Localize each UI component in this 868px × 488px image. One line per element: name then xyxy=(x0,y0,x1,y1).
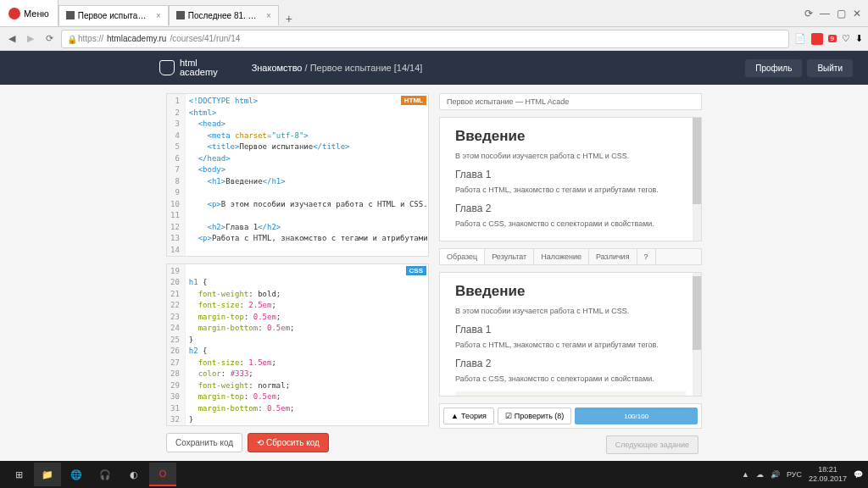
notification-icon[interactable]: 💬 xyxy=(854,470,863,479)
taskbar-app[interactable]: 🌐 xyxy=(63,463,90,486)
html-code[interactable]: <!DOCTYPE html> <html> <head> <meta char… xyxy=(186,94,428,256)
url-protocol: https:// xyxy=(78,34,103,43)
preview-p: Работа с HTML, знакомство с тегами и атр… xyxy=(455,186,686,194)
main-content: HTML 12345678910111213141516171819 <!DOC… xyxy=(0,85,868,461)
preview-p: Работа с CSS, знакомство с селекторами и… xyxy=(455,374,686,383)
window-controls: ⟳ — ▢ ✕ xyxy=(798,8,868,19)
line-numbers: 1920212223242526272829303132333435363738 xyxy=(167,264,186,426)
windows-taskbar: ⊞ 📁 🌐 🎧 ◐ O ▲ ☁ 🔊 РУС 18:21 22.09.2017 💬 xyxy=(0,461,868,488)
shield-icon xyxy=(159,60,175,75)
heart-icon[interactable]: ♡ xyxy=(842,33,850,44)
tab-overlay[interactable]: Наложение xyxy=(534,249,589,264)
preview-tab-title: Первое испытание — HTML Acade xyxy=(439,93,702,110)
preview-h1: Введение xyxy=(455,128,686,145)
result-tab-bar: Образец Результат Наложение Различия ? xyxy=(439,248,702,265)
line-numbers: 12345678910111213141516171819 xyxy=(167,94,186,256)
breadcrumb-course[interactable]: Знакомство xyxy=(252,63,303,73)
preview-top: Введение В этом пособии изучается работа… xyxy=(439,117,702,241)
taskbar-app[interactable]: 🎧 xyxy=(92,463,119,486)
tab-help[interactable]: ? xyxy=(637,249,656,264)
clock[interactable]: 18:21 22.09.2017 xyxy=(809,465,847,484)
taskbar-app[interactable]: 📁 xyxy=(34,463,61,486)
badge-count: 9 xyxy=(828,35,837,42)
maximize-icon[interactable]: ▢ xyxy=(837,8,846,19)
browser-tab-2[interactable]: Последнее 81. Знакомст × xyxy=(169,5,279,25)
start-button[interactable]: ⊞ xyxy=(5,463,32,486)
verify-button[interactable]: ☑ Проверить (8) xyxy=(498,408,572,424)
minimize-icon[interactable]: — xyxy=(820,8,830,19)
favicon-icon xyxy=(66,11,75,19)
tab-title: Первое испытание — Зн xyxy=(78,11,149,20)
preview-h2: Глава 2 xyxy=(455,358,686,369)
preview-p: Работа с CSS, знакомство с селекторами и… xyxy=(455,219,686,228)
save-button[interactable]: Сохранить код xyxy=(166,433,242,452)
html-editor[interactable]: HTML 12345678910111213141516171819 <!DOC… xyxy=(166,93,429,257)
ext-icon[interactable]: 📄 xyxy=(794,33,806,44)
preview-h2: Глава 1 xyxy=(455,324,686,336)
back-icon[interactable]: ◀ xyxy=(5,32,19,46)
preview-p: В этом пособии изучается работа с HTML и… xyxy=(455,307,686,315)
url-path: /courses/41/run/14 xyxy=(170,34,240,43)
browser-tab-bar: Меню Первое испытание — Зн × Последнее 8… xyxy=(0,0,868,27)
css-editor[interactable]: CSS 192021222324252627282930313233343536… xyxy=(166,263,429,427)
logo[interactable]: html academy xyxy=(159,58,218,77)
preview-p: В этом пособии изучается работа с HTML и… xyxy=(455,152,686,160)
css-badge: CSS xyxy=(406,266,426,275)
new-tab-button[interactable]: + xyxy=(279,12,299,25)
menu-label: Меню xyxy=(24,8,49,19)
taskbar-app[interactable]: O xyxy=(149,463,176,486)
opera-icon xyxy=(8,8,20,19)
logout-button[interactable]: Выйти xyxy=(807,59,853,77)
download-icon[interactable]: ⬇ xyxy=(855,33,863,44)
tab-result[interactable]: Результат xyxy=(485,249,534,264)
reset-button[interactable]: ⟲ Сбросить код xyxy=(248,433,329,452)
browser-menu-button[interactable]: Меню xyxy=(0,0,58,26)
favicon-icon xyxy=(176,11,185,19)
scrollbar[interactable] xyxy=(693,273,701,396)
reload-icon[interactable]: ⟳ xyxy=(42,32,56,46)
breadcrumb: Знакомство / Первое испытание [14/14] xyxy=(252,63,423,73)
tab-strip: Первое испытание — Зн × Последнее 81. Зн… xyxy=(58,2,798,25)
url-domain: htmlacademy.ru xyxy=(107,34,166,43)
preview-bottom: Введение В этом пособии изучается работа… xyxy=(439,272,702,396)
forward-icon[interactable]: ▶ xyxy=(24,32,37,46)
preview-h2: Глава 1 xyxy=(455,169,686,180)
tab-diff[interactable]: Различия xyxy=(589,249,637,264)
close-icon[interactable]: × xyxy=(156,11,161,20)
toolbar-extensions: 📄 9 ♡ ⬇ xyxy=(794,33,863,45)
cite-box: Самое лучшее онлайн-пособие xyxy=(455,391,686,396)
sync-icon[interactable]: ⟳ xyxy=(804,8,813,19)
browser-tab-1[interactable]: Первое испытание — Зн × xyxy=(58,5,169,25)
tray-icon[interactable]: ▲ xyxy=(742,470,749,479)
scrollbar[interactable] xyxy=(693,118,701,241)
preview-h1: Введение xyxy=(455,283,686,300)
html-badge: HTML xyxy=(401,96,426,105)
tab-sample[interactable]: Образец xyxy=(440,249,485,264)
theory-button[interactable]: ▲ Теория xyxy=(443,408,494,424)
tray-icon[interactable]: ☁ xyxy=(756,470,764,479)
close-icon[interactable]: ✕ xyxy=(853,8,861,19)
url-input[interactable]: 🔒 https://htmlacademy.ru/courses/41/run/… xyxy=(61,30,789,48)
tray-icon[interactable]: 🔊 xyxy=(771,470,780,479)
logo-text-2: academy xyxy=(180,68,218,77)
tab-title: Последнее 81. Знакомст xyxy=(188,11,259,20)
address-bar: ◀ ▶ ⟳ 🔒 https://htmlacademy.ru/courses/4… xyxy=(0,27,868,51)
adblock-icon[interactable] xyxy=(811,33,823,45)
next-task-button[interactable]: Следующее задание xyxy=(606,435,698,454)
app-header: html academy Знакомство / Первое испытан… xyxy=(0,51,868,85)
css-code[interactable]: h1 { font-weight: bold; font-size: 2.5em… xyxy=(186,264,298,426)
lock-icon: 🔒 xyxy=(67,35,75,42)
close-icon[interactable]: × xyxy=(266,11,271,20)
profile-button[interactable]: Профиль xyxy=(745,59,802,77)
preview-h2: Глава 2 xyxy=(455,202,686,214)
score-indicator: 100/100 xyxy=(575,408,698,424)
breadcrumb-task: Первое испытание [14/14] xyxy=(310,63,423,73)
preview-p: Работа с HTML, знакомство с тегами и атр… xyxy=(455,341,686,349)
taskbar-app[interactable]: ◐ xyxy=(120,463,147,486)
language-indicator[interactable]: РУС xyxy=(787,470,802,479)
action-bar: ▲ Теория ☑ Проверить (8) 100/100 xyxy=(439,403,702,429)
